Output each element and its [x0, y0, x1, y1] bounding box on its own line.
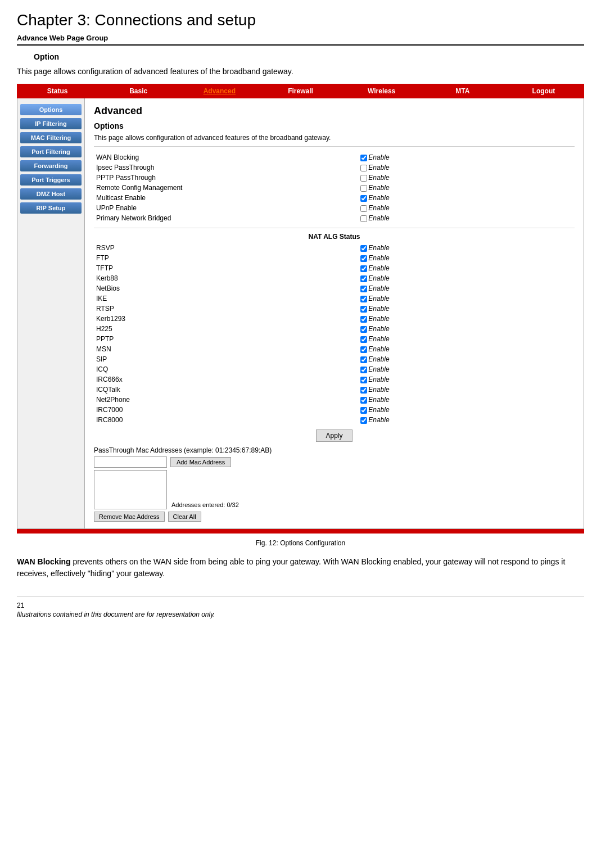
nat-option-checkbox[interactable] [360, 306, 367, 313]
apply-button[interactable]: Apply [316, 430, 352, 442]
nat-option-enable[interactable]: Enable [358, 364, 575, 374]
nat-option-checkbox[interactable] [360, 356, 367, 363]
nat-option-checkbox[interactable] [360, 417, 367, 424]
nat-option-enable[interactable]: Enable [358, 283, 575, 293]
nav-item-wireless[interactable]: Wireless [341, 84, 422, 98]
option-enable[interactable]: Enable [358, 173, 575, 183]
footer: 21 Illustrations contained in this docum… [17, 596, 584, 618]
nat-option-label: MSN [94, 344, 358, 354]
option-enable[interactable]: Enable [358, 152, 575, 162]
option-checkbox[interactable] [360, 185, 367, 192]
option-checkbox[interactable] [360, 175, 367, 182]
nav-item-logout[interactable]: Logout [503, 84, 584, 98]
nat-option-enable[interactable]: Enable [358, 253, 575, 263]
nat-option-checkbox[interactable] [360, 296, 367, 302]
remove-mac-button[interactable]: Remove Mac Address [94, 512, 165, 522]
enable-text: Enable [368, 325, 389, 333]
nat-option-checkbox[interactable] [360, 316, 367, 323]
nat-alg-table: RSVPEnableFTPEnableTFTPEnableKerb88Enabl… [94, 243, 575, 425]
nat-option-enable[interactable]: Enable [358, 405, 575, 415]
nat-option-enable[interactable]: Enable [358, 354, 575, 364]
table-row: MSNEnable [94, 344, 575, 354]
mac-addresses-info: Addresses entered: 0/32 [171, 501, 239, 509]
option-checkbox[interactable] [360, 165, 367, 171]
nat-option-checkbox[interactable] [360, 377, 367, 383]
option-enable[interactable]: Enable [358, 193, 575, 203]
nat-option-enable[interactable]: Enable [358, 344, 575, 354]
nat-option-enable[interactable]: Enable [358, 385, 575, 395]
mac-action-row: Remove Mac Address Clear All [94, 512, 575, 522]
panel-desc: This page allows configuration of advanc… [94, 134, 575, 147]
option-checkbox[interactable] [360, 155, 367, 161]
nat-option-checkbox[interactable] [360, 407, 367, 414]
sidebar-btn-ip-filtering[interactable]: IP Filtering [20, 118, 82, 129]
nat-option-checkbox[interactable] [360, 245, 367, 252]
nat-option-checkbox[interactable] [360, 336, 367, 343]
nat-option-enable[interactable]: Enable [358, 374, 575, 385]
nat-option-checkbox[interactable] [360, 387, 367, 394]
nat-option-checkbox[interactable] [360, 255, 367, 262]
nat-option-enable[interactable]: Enable [358, 273, 575, 283]
option-label: Multicast Enable [94, 193, 358, 203]
sidebar-btn-forwarding[interactable]: Forwarding [20, 160, 82, 171]
nat-option-checkbox[interactable] [360, 286, 367, 292]
nat-option-enable[interactable]: Enable [358, 334, 575, 344]
enable-text: Enable [368, 264, 389, 272]
sidebar-btn-port-filtering[interactable]: Port Filtering [20, 146, 82, 157]
clear-mac-button[interactable]: Clear All [168, 512, 201, 522]
add-mac-button[interactable]: Add Mac Address [170, 457, 231, 467]
nat-option-enable[interactable]: Enable [358, 304, 575, 314]
nat-option-checkbox[interactable] [360, 275, 367, 282]
footer-note: Illustrations contained in this document… [17, 611, 584, 618]
nav-item-advanced[interactable]: Advanced [179, 84, 260, 98]
option-checkbox[interactable] [360, 195, 367, 202]
table-row: TFTPEnable [94, 263, 575, 273]
sidebar-btn-mac-filtering[interactable]: MAC Filtering [20, 132, 82, 143]
nat-option-label: IKE [94, 293, 358, 304]
figure-caption: Fig. 12: Options Configuration [17, 539, 584, 547]
option-label: UPnP Enable [94, 203, 358, 213]
nat-option-checkbox[interactable] [360, 367, 367, 373]
nat-option-checkbox[interactable] [360, 397, 367, 404]
sidebar-btn-dmz-host[interactable]: DMZ Host [20, 188, 82, 200]
nat-option-checkbox[interactable] [360, 326, 367, 333]
nat-alg-header: NAT ALG Status [94, 230, 575, 243]
nav-item-status[interactable]: Status [17, 84, 98, 98]
mac-address-list[interactable] [94, 470, 167, 509]
option-enable[interactable]: Enable [358, 203, 575, 213]
option-enable[interactable]: Enable [358, 213, 575, 223]
nat-option-enable[interactable]: Enable [358, 293, 575, 304]
sidebar-btn-port-triggers[interactable]: Port Triggers [20, 174, 82, 186]
table-row: NetBiosEnable [94, 283, 575, 293]
nat-option-enable[interactable]: Enable [358, 324, 575, 334]
nat-divider [94, 228, 575, 228]
nat-option-label: IRC8000 [94, 415, 358, 425]
nat-option-enable[interactable]: Enable [358, 415, 575, 425]
footer-page-number: 21 [17, 602, 584, 609]
option-enable[interactable]: Enable [358, 162, 575, 173]
option-checkbox[interactable] [360, 215, 367, 222]
nat-option-enable[interactable]: Enable [358, 243, 575, 253]
table-row: PPTP PassThroughEnable [94, 173, 575, 183]
mac-address-input[interactable] [94, 456, 167, 468]
red-bar [17, 529, 584, 534]
option-enable[interactable]: Enable [358, 183, 575, 193]
nav-item-firewall[interactable]: Firewall [260, 84, 341, 98]
sidebar-btn-options[interactable]: Options [20, 104, 82, 115]
nat-option-label: NetBios [94, 283, 358, 293]
nat-option-checkbox[interactable] [360, 265, 367, 272]
options-table: WAN BlockingEnableIpsec PassThroughEnabl… [94, 152, 575, 223]
option-checkbox[interactable] [360, 205, 367, 212]
nat-option-enable[interactable]: Enable [358, 395, 575, 405]
nat-option-label: PPTP [94, 334, 358, 344]
table-row: ICQTalkEnable [94, 385, 575, 395]
enable-text: Enable [368, 315, 389, 323]
nav-item-mta[interactable]: MTA [422, 84, 503, 98]
nat-option-label: IRC666x [94, 374, 358, 385]
nat-option-enable[interactable]: Enable [358, 314, 575, 324]
sidebar-btn-rip-setup[interactable]: RIP Setup [20, 202, 82, 214]
nat-option-label: FTP [94, 253, 358, 263]
nav-item-basic[interactable]: Basic [98, 84, 179, 98]
nat-option-checkbox[interactable] [360, 346, 367, 353]
nat-option-enable[interactable]: Enable [358, 263, 575, 273]
